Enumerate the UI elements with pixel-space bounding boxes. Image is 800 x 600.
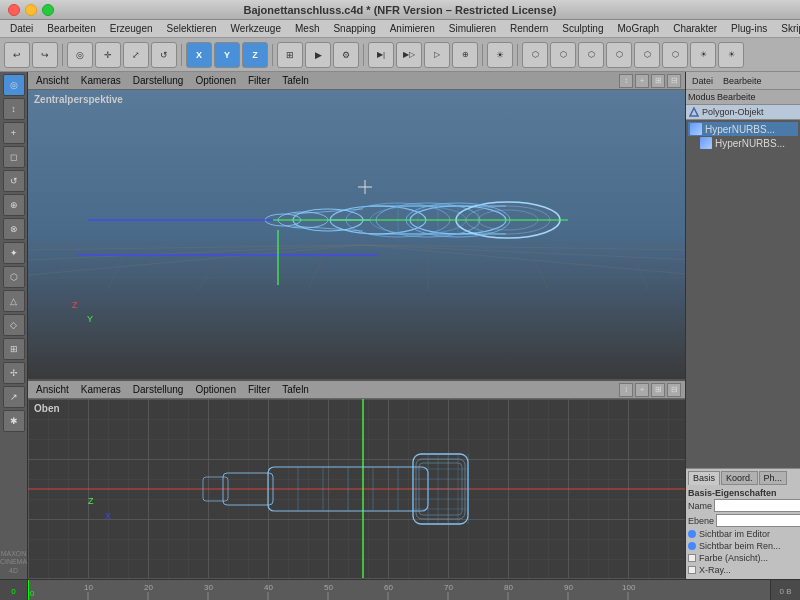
extra7[interactable]: ☀ — [690, 42, 716, 68]
menu-simulieren[interactable]: Simulieren — [443, 22, 502, 35]
move-btn[interactable]: ✛ — [95, 42, 121, 68]
left-btn-1[interactable]: ◎ — [3, 74, 25, 96]
left-btn-6[interactable]: ⊕ — [3, 194, 25, 216]
center-area: Ansicht Kameras Darstellung Optionen Fil… — [28, 72, 685, 579]
z-axis-btn[interactable]: Z — [242, 42, 268, 68]
menu-erzeugen[interactable]: Erzeugen — [104, 22, 159, 35]
scale-btn[interactable]: ⤢ — [123, 42, 149, 68]
y-axis-btn[interactable]: Y — [214, 42, 240, 68]
tree-item-2[interactable]: HyperNURBS... — [688, 136, 798, 150]
cb-box-1[interactable] — [688, 554, 696, 562]
svg-text:10: 10 — [84, 583, 93, 592]
left-btn-5[interactable]: ↺ — [3, 170, 25, 192]
vp3d-icon-1[interactable]: ↕ — [619, 74, 633, 88]
rotate-btn[interactable]: ↺ — [151, 42, 177, 68]
vptop-menu-tafeln[interactable]: Tafeln — [278, 384, 313, 395]
tree-item-1[interactable]: HyperNURBS... — [688, 122, 798, 136]
left-btn-13[interactable]: ✢ — [3, 362, 25, 384]
left-btn-15[interactable]: ✱ — [3, 410, 25, 432]
left-btn-12[interactable]: ⊞ — [3, 338, 25, 360]
prop-tab-ph[interactable]: Ph... — [759, 471, 788, 485]
extra2[interactable]: ⬡ — [550, 42, 576, 68]
vptop-icon-3[interactable]: ⊞ — [651, 383, 665, 397]
vp3d-icon-4[interactable]: ⊟ — [667, 74, 681, 88]
rpanel-tab-datei[interactable]: Datei — [688, 75, 717, 87]
menu-bearbeiten[interactable]: Bearbeiten — [41, 22, 101, 35]
vptop-icon-1[interactable]: ↕ — [619, 383, 633, 397]
cb-label-2: Sichtbar beim Ren... — [699, 541, 781, 551]
vptop-icon-2[interactable]: + — [635, 383, 649, 397]
left-btn-2[interactable]: ↕ — [3, 98, 25, 120]
cb-box-2[interactable] — [688, 566, 696, 574]
vptop-menu-darstellung[interactable]: Darstellung — [129, 384, 188, 395]
menu-selektieren[interactable]: Selektieren — [161, 22, 223, 35]
menu-charakter[interactable]: Charakter — [667, 22, 723, 35]
left-btn-11[interactable]: ◇ — [3, 314, 25, 336]
menu-mesh[interactable]: Mesh — [289, 22, 325, 35]
vp3d-icon-3[interactable]: ⊞ — [651, 74, 665, 88]
menu-mograph[interactable]: MoGraph — [611, 22, 665, 35]
extra6[interactable]: ⬡ — [662, 42, 688, 68]
render-settings-btn[interactable]: ⚙ — [333, 42, 359, 68]
menu-datei[interactable]: Datei — [4, 22, 39, 35]
menu-sculpting[interactable]: Sculpting — [556, 22, 609, 35]
vptop-menu-kameras[interactable]: Kameras — [77, 384, 125, 395]
vp3d-menu-optionen[interactable]: Optionen — [191, 75, 240, 86]
rpanel-tab-bearbeiten[interactable]: Bearbeite — [719, 75, 766, 87]
anim-btn3[interactable]: ▷ — [424, 42, 450, 68]
maximize-button[interactable] — [42, 4, 54, 16]
viewport-3d[interactable]: Zentralperspektive — [28, 90, 685, 381]
select-btn[interactable]: ◎ — [67, 42, 93, 68]
menu-skript[interactable]: Skript — [775, 22, 800, 35]
vptop-menu-filter[interactable]: Filter — [244, 384, 274, 395]
vp3d-menu-darstellung[interactable]: Darstellung — [129, 75, 188, 86]
minimize-button[interactable] — [25, 4, 37, 16]
menu-snapping[interactable]: Snapping — [327, 22, 381, 35]
extra3[interactable]: ⬡ — [578, 42, 604, 68]
extra4[interactable]: ⬡ — [606, 42, 632, 68]
vp3d-menu-filter[interactable]: Filter — [244, 75, 274, 86]
left-btn-10[interactable]: △ — [3, 290, 25, 312]
undo-btn[interactable]: ↩ — [4, 42, 30, 68]
close-button[interactable] — [8, 4, 20, 16]
extra5[interactable]: ⬡ — [634, 42, 660, 68]
prop-tab-basis[interactable]: Basis — [688, 471, 720, 485]
vptop-menu-optionen[interactable]: Optionen — [191, 384, 240, 395]
anim-btn4[interactable]: ⊕ — [452, 42, 478, 68]
vptop-icon-4[interactable]: ⊟ — [667, 383, 681, 397]
anim-btn1[interactable]: ▶| — [368, 42, 394, 68]
menu-animieren[interactable]: Animieren — [384, 22, 441, 35]
left-btn-8[interactable]: ✦ — [3, 242, 25, 264]
light-btn[interactable]: ☀ — [487, 42, 513, 68]
left-btn-14[interactable]: ↗ — [3, 386, 25, 408]
vp3d-icon-2[interactable]: + — [635, 74, 649, 88]
svg-text:50: 50 — [324, 583, 333, 592]
left-btn-9[interactable]: ⬡ — [3, 266, 25, 288]
left-btn-3[interactable]: + — [3, 122, 25, 144]
left-btn-7[interactable]: ⊗ — [3, 218, 25, 240]
sep6 — [517, 44, 518, 66]
prop-name-row: Name — [688, 499, 798, 512]
menu-werkzeuge[interactable]: Werkzeuge — [225, 22, 287, 35]
anim-btn2[interactable]: ▶▷ — [396, 42, 422, 68]
menu-rendern[interactable]: Rendern — [504, 22, 554, 35]
vp3d-menu-tafeln[interactable]: Tafeln — [278, 75, 313, 86]
cb-label-3: Farbe (Ansicht)... — [699, 553, 768, 563]
titlebar: Bajonettanschluss.c4d * (NFR Version – R… — [0, 0, 800, 20]
left-btn-4[interactable]: ◻ — [3, 146, 25, 168]
prop-ebene-input[interactable] — [716, 514, 800, 527]
extra1[interactable]: ⬡ — [522, 42, 548, 68]
vp3d-menu-kameras[interactable]: Kameras — [77, 75, 125, 86]
render-btn[interactable]: ▶ — [305, 42, 331, 68]
prop-tab-koord[interactable]: Koord. — [721, 471, 758, 485]
prop-name-input[interactable] — [714, 499, 800, 512]
vptop-menu-ansicht[interactable]: Ansicht — [32, 384, 73, 395]
viewport-top[interactable]: Oben Z X — [28, 399, 685, 579]
x-axis-btn[interactable]: X — [186, 42, 212, 68]
menu-plugins[interactable]: Plug-ins — [725, 22, 773, 35]
timeline-ruler[interactable]: 0 10 20 30 40 50 60 70 80 90 100 — [28, 580, 770, 600]
vp3d-menu-ansicht[interactable]: Ansicht — [32, 75, 73, 86]
redo-btn[interactable]: ↪ — [32, 42, 58, 68]
extra8[interactable]: ☀ — [718, 42, 744, 68]
render-region-btn[interactable]: ⊞ — [277, 42, 303, 68]
